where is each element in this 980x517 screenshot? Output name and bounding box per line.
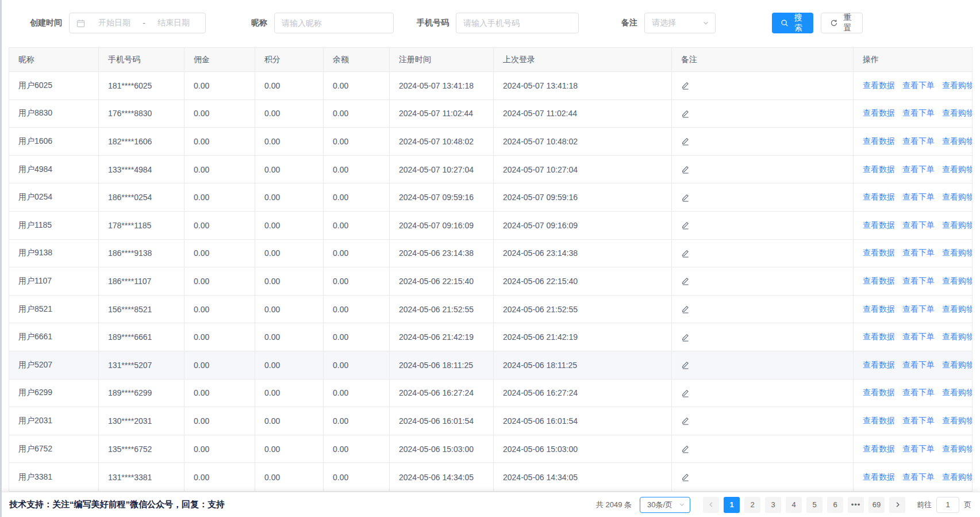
view-cart-link[interactable]: 查看购物车 xyxy=(942,304,972,315)
view-data-link[interactable]: 查看数据 xyxy=(863,332,895,342)
goto-page: 前往 页 xyxy=(917,497,971,513)
view-orders-link[interactable]: 查看下单 xyxy=(902,304,935,315)
page-size-select[interactable]: 30条/页 xyxy=(640,497,690,513)
search-button[interactable]: 搜索 xyxy=(772,13,813,33)
view-orders-link[interactable]: 查看下单 xyxy=(902,108,935,118)
edit-remark-icon[interactable] xyxy=(681,249,690,258)
view-orders-link[interactable]: 查看下单 xyxy=(902,416,935,426)
edit-remark-icon[interactable] xyxy=(681,165,690,174)
cell-points: 0.00 xyxy=(255,240,324,267)
edit-remark-icon[interactable] xyxy=(681,333,690,342)
view-orders-link[interactable]: 查看下单 xyxy=(902,248,935,258)
cell-register-time: 2024-05-07 09:59:16 xyxy=(390,183,494,211)
edit-remark-icon[interactable] xyxy=(681,109,690,118)
page-button-6[interactable]: 6 xyxy=(827,497,843,513)
view-data-link[interactable]: 查看数据 xyxy=(863,276,895,286)
view-data-link[interactable]: 查看数据 xyxy=(863,304,895,315)
view-orders-link[interactable]: 查看下单 xyxy=(902,472,935,482)
table-header-row: 昵称 手机号码 佣金 积分 余额 注册时间 上次登录 备注 操作 xyxy=(9,48,972,72)
prev-page-button[interactable] xyxy=(703,497,719,513)
view-data-link[interactable]: 查看数据 xyxy=(863,108,895,118)
view-cart-link[interactable]: 查看购物车 xyxy=(942,360,972,370)
edit-remark-icon[interactable] xyxy=(681,361,690,369)
next-page-button[interactable] xyxy=(889,497,905,513)
view-data-link[interactable]: 查看数据 xyxy=(863,388,895,398)
view-cart-link[interactable]: 查看购物车 xyxy=(942,444,972,454)
page-button-3[interactable]: 3 xyxy=(765,497,781,513)
page-button-5[interactable]: 5 xyxy=(806,497,823,513)
view-orders-link[interactable]: 查看下单 xyxy=(902,332,935,342)
view-data-link[interactable]: 查看数据 xyxy=(863,81,895,91)
page-button-2[interactable]: 2 xyxy=(744,497,760,513)
edit-remark-icon[interactable] xyxy=(681,81,690,90)
view-orders-link[interactable]: 查看下单 xyxy=(902,81,935,91)
view-orders-link[interactable]: 查看下单 xyxy=(902,276,935,286)
view-orders-link[interactable]: 查看下单 xyxy=(902,164,935,175)
phone-input[interactable] xyxy=(456,13,579,33)
cell-phone: 186****0254 xyxy=(99,183,185,211)
goto-page-input[interactable] xyxy=(936,497,959,513)
page-button-last[interactable]: 69 xyxy=(868,497,885,513)
more-pages-button[interactable]: ••• xyxy=(848,497,864,513)
view-data-link[interactable]: 查看数据 xyxy=(863,472,895,482)
footer-bar: 技术支持：关注“编写美好前程”微信公众号，回复：支持 共 2049 条 30条/… xyxy=(0,492,980,517)
cell-actions: 查看数据 查看下单 查看购物车 xyxy=(854,128,972,155)
cell-points: 0.00 xyxy=(255,267,324,295)
cell-points: 0.00 xyxy=(255,296,324,323)
view-cart-link[interactable]: 查看购物车 xyxy=(942,416,972,426)
view-data-link[interactable]: 查看数据 xyxy=(863,192,895,202)
view-data-link[interactable]: 查看数据 xyxy=(863,248,895,258)
edit-remark-icon[interactable] xyxy=(681,445,690,453)
cell-register-time: 2024-05-06 22:15:40 xyxy=(390,267,494,295)
cell-balance: 0.00 xyxy=(324,351,390,379)
view-data-link[interactable]: 查看数据 xyxy=(863,220,895,231)
view-orders-link[interactable]: 查看下单 xyxy=(902,136,935,147)
view-cart-link[interactable]: 查看购物车 xyxy=(942,388,972,398)
view-data-link[interactable]: 查看数据 xyxy=(863,360,895,370)
edit-remark-icon[interactable] xyxy=(681,305,690,313)
view-orders-link[interactable]: 查看下单 xyxy=(902,192,935,202)
view-orders-link[interactable]: 查看下单 xyxy=(902,360,935,370)
view-cart-link[interactable]: 查看购物车 xyxy=(942,164,972,175)
edit-remark-icon[interactable] xyxy=(681,193,690,202)
view-data-link[interactable]: 查看数据 xyxy=(863,416,895,426)
view-cart-link[interactable]: 查看购物车 xyxy=(942,220,972,231)
edit-remark-icon[interactable] xyxy=(681,277,690,285)
end-date-placeholder[interactable]: 结束日期 xyxy=(147,18,201,28)
view-data-link[interactable]: 查看数据 xyxy=(863,164,895,175)
view-cart-link[interactable]: 查看购物车 xyxy=(942,108,972,118)
edit-remark-icon[interactable] xyxy=(681,137,690,145)
date-range-separator: - xyxy=(141,18,147,28)
view-orders-link[interactable]: 查看下单 xyxy=(902,444,935,454)
edit-remark-icon[interactable] xyxy=(681,473,690,481)
cell-register-time: 2024-05-06 21:52:55 xyxy=(390,296,494,323)
view-cart-link[interactable]: 查看购物车 xyxy=(942,276,972,286)
view-orders-link[interactable]: 查看下单 xyxy=(902,220,935,231)
page-button-4[interactable]: 4 xyxy=(786,497,802,513)
view-cart-link[interactable]: 查看购物车 xyxy=(942,248,972,258)
page-button-1[interactable]: 1 xyxy=(724,497,740,513)
cell-balance: 0.00 xyxy=(324,156,390,183)
edit-remark-icon[interactable] xyxy=(681,389,690,397)
table-row: 用户1606 182****1606 0.00 0.00 0.00 2024-0… xyxy=(9,128,972,156)
view-cart-link[interactable]: 查看购物车 xyxy=(942,136,972,147)
view-cart-link[interactable]: 查看购物车 xyxy=(942,332,972,342)
cell-balance: 0.00 xyxy=(324,128,390,155)
edit-remark-icon[interactable] xyxy=(681,221,690,229)
remark-select[interactable]: 请选择 xyxy=(644,13,716,33)
cell-commission: 0.00 xyxy=(185,380,255,407)
view-cart-link[interactable]: 查看购物车 xyxy=(942,472,972,482)
date-range-picker[interactable]: 开始日期 - 结束日期 xyxy=(69,13,206,33)
view-data-link[interactable]: 查看数据 xyxy=(863,444,895,454)
view-cart-link[interactable]: 查看购物车 xyxy=(942,192,972,202)
reset-button[interactable]: 重置 xyxy=(821,13,863,33)
edit-remark-icon[interactable] xyxy=(681,416,690,425)
cell-last-login: 2024-05-06 16:01:54 xyxy=(494,407,672,435)
table-row: 用户6661 189****6661 0.00 0.00 0.00 2024-0… xyxy=(9,323,972,351)
view-orders-link[interactable]: 查看下单 xyxy=(902,388,935,398)
cell-balance: 0.00 xyxy=(324,323,390,351)
view-cart-link[interactable]: 查看购物车 xyxy=(942,81,972,91)
nickname-input[interactable] xyxy=(274,13,394,33)
view-data-link[interactable]: 查看数据 xyxy=(863,136,895,147)
start-date-placeholder[interactable]: 开始日期 xyxy=(87,18,141,28)
